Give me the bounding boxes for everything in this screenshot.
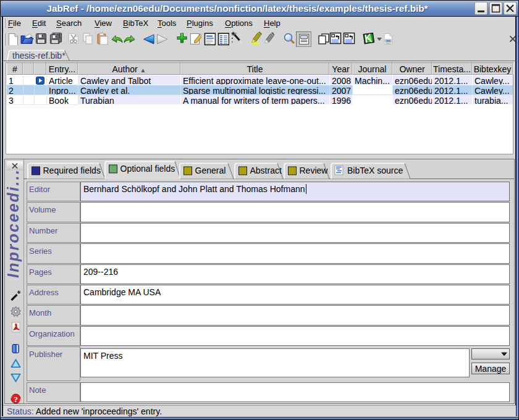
svg-text:?: ? xyxy=(14,395,18,404)
svg-text:thesis-ref.bib*: thesis-ref.bib* xyxy=(12,51,65,61)
svg-text:Review: Review xyxy=(300,166,329,175)
svg-text:BibTeX source: BibTeX source xyxy=(347,166,403,175)
svg-text:Abstract: Abstract xyxy=(250,166,282,175)
svg-text:Required fields: Required fields xyxy=(43,166,101,175)
svg-text:Optional fields: Optional fields xyxy=(120,164,175,174)
svg-text:General: General xyxy=(195,166,226,175)
